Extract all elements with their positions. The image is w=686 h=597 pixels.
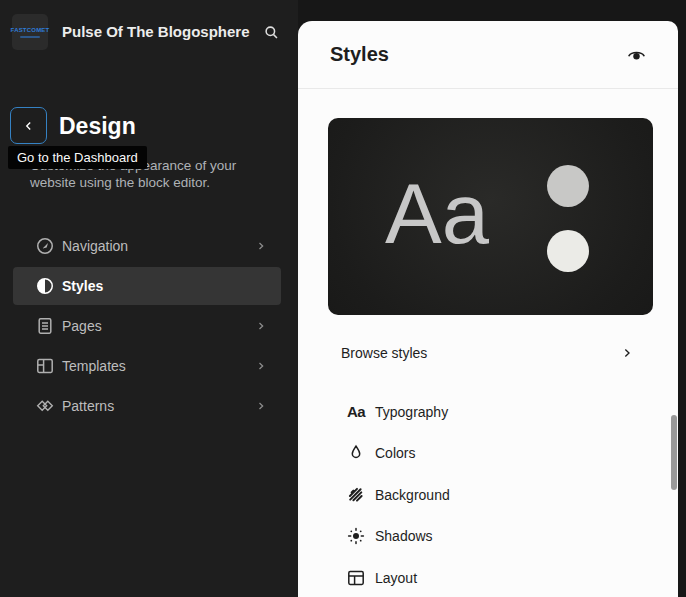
sidebar-item-navigation[interactable]: Navigation xyxy=(0,226,298,266)
typography-icon: Aa xyxy=(344,400,368,424)
menu-item-layout[interactable]: Layout xyxy=(328,557,653,597)
search-icon xyxy=(260,21,283,44)
wp-site-editor: FASTCOMET Pulse Of The Blogosphere Desig… xyxy=(0,0,686,597)
menu-item-colors[interactable]: Colors xyxy=(328,433,653,475)
preview-dot-gray xyxy=(547,165,589,207)
site-logo-text: FASTCOMET xyxy=(11,27,50,34)
chevron-left-icon xyxy=(20,117,38,135)
panel-divider xyxy=(298,88,678,89)
sidebar-item-templates[interactable]: Templates xyxy=(0,346,298,386)
chevron-right-icon xyxy=(252,317,270,335)
sidebar-item-label: Patterns xyxy=(62,398,114,414)
sidebar-item-label: Templates xyxy=(62,358,126,374)
menu-item-background[interactable]: Background xyxy=(328,474,653,516)
sidebar-item-label: Navigation xyxy=(62,238,128,254)
menu-item-label: Layout xyxy=(375,570,417,586)
chevron-right-icon xyxy=(252,237,270,255)
menu-item-typography[interactable]: Aa Typography xyxy=(328,391,653,433)
panel-title: Styles xyxy=(330,21,389,88)
layout-icon xyxy=(344,566,368,590)
preview-dot-light xyxy=(547,230,589,272)
styles-preview-card[interactable]: Aa xyxy=(328,118,653,315)
chevron-right-icon xyxy=(252,397,270,415)
sidebar-item-styles[interactable]: Styles xyxy=(0,266,298,306)
background-hatch-icon xyxy=(344,483,368,507)
design-nav: Navigation Styles xyxy=(0,226,298,426)
scrollbar-thumb[interactable] xyxy=(671,415,677,490)
search-button[interactable] xyxy=(252,13,290,51)
menu-item-label: Shadows xyxy=(375,528,433,544)
chevron-right-icon xyxy=(252,357,270,375)
menu-item-label: Colors xyxy=(375,445,415,461)
chevron-right-icon xyxy=(617,343,637,363)
preview-typography-sample: Aa xyxy=(385,167,489,261)
sidebar-item-label: Pages xyxy=(62,318,102,334)
styles-half-circle-icon xyxy=(33,274,57,298)
patterns-diamonds-icon xyxy=(33,394,57,418)
menu-item-label: Background xyxy=(375,487,450,503)
style-book-eye-icon xyxy=(624,43,649,68)
sidebar-item-patterns[interactable]: Patterns xyxy=(0,386,298,426)
pages-document-icon xyxy=(33,314,57,338)
navigation-compass-icon xyxy=(33,234,57,258)
browse-styles-button[interactable]: Browse styles xyxy=(328,332,653,374)
dashboard-tooltip: Go to the Dashboard xyxy=(8,146,147,169)
site-logo[interactable]: FASTCOMET xyxy=(12,14,48,50)
site-title: Pulse Of The Blogosphere xyxy=(62,0,250,63)
site-logo-tagline-bar xyxy=(20,36,40,38)
styles-menu: Aa Typography Colors Background xyxy=(328,391,653,597)
sidebar-item-pages[interactable]: Pages xyxy=(0,306,298,346)
preview-color-dots xyxy=(547,165,589,272)
menu-item-shadows[interactable]: Shadows xyxy=(328,516,653,558)
sidebar-item-label: Styles xyxy=(62,278,103,294)
templates-layout-icon xyxy=(33,354,57,378)
back-button[interactable] xyxy=(10,107,47,144)
colors-droplet-icon xyxy=(344,441,368,465)
sidebar: FASTCOMET Pulse Of The Blogosphere Desig… xyxy=(0,0,298,597)
styles-panel: Styles Aa Browse styles Aa xyxy=(298,21,678,597)
style-book-button[interactable] xyxy=(618,37,654,73)
shadows-sun-icon xyxy=(344,524,368,548)
browse-styles-label: Browse styles xyxy=(341,345,427,361)
menu-item-label: Typography xyxy=(375,404,448,420)
design-heading: Design xyxy=(59,111,136,142)
